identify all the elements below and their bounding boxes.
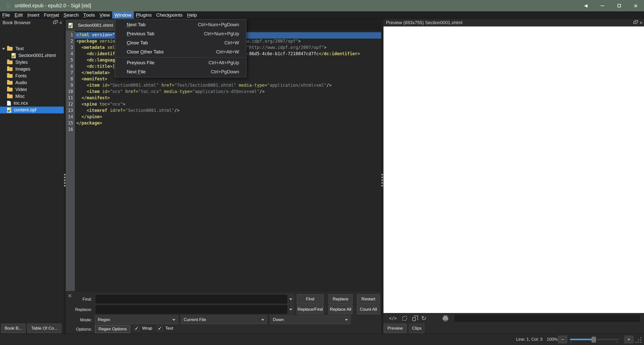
menu-item-previous-tab[interactable]: Previous TabCtrl+Num+PgUp xyxy=(115,29,246,38)
tree-item-video[interactable]: Video xyxy=(0,86,64,93)
window-controls: ◀ × xyxy=(577,0,644,11)
line-number: 8 xyxy=(66,76,75,83)
select-mode-icon[interactable] xyxy=(402,316,407,321)
replace-button[interactable]: Replace xyxy=(329,294,352,304)
menu-tools[interactable]: Tools xyxy=(81,11,97,19)
tree-item-label: Video xyxy=(15,87,27,92)
tree-item-audio[interactable]: Audio xyxy=(0,79,64,86)
code-view-icon[interactable] xyxy=(389,316,397,321)
menu-item-label: Close Other Tabs xyxy=(127,49,164,55)
code-line-9[interactable]: <item id="Section0001.xhtml" href="Text/… xyxy=(75,83,381,89)
dock-tab-preview[interactable]: Preview xyxy=(383,324,407,333)
tree-item-misc[interactable]: Misc xyxy=(0,93,64,100)
menu-item-next-tab[interactable]: Next TabCtrl+Num+PgDown xyxy=(115,20,246,29)
splitter-right[interactable] xyxy=(381,19,383,334)
menu-window[interactable]: Window xyxy=(112,11,134,19)
menu-checkpoints[interactable]: Checkpoints xyxy=(154,11,185,19)
copy-icon[interactable] xyxy=(412,317,416,321)
tree-item-fonts[interactable]: Fonts xyxy=(0,73,64,79)
tree-item-styles[interactable]: Styles xyxy=(0,59,64,66)
code-line-16[interactable] xyxy=(75,127,381,133)
close-panel-icon[interactable]: × xyxy=(59,21,62,24)
minimize-button[interactable] xyxy=(594,0,611,11)
tree-item-text[interactable]: Text xyxy=(0,45,64,52)
text-checkbox[interactable]: ✓ Text xyxy=(157,326,173,331)
zoom-out-button[interactable]: − xyxy=(558,336,567,343)
direction-select[interactable]: Down xyxy=(270,316,351,324)
splitter-handle-icon xyxy=(381,174,383,187)
replace-all-button[interactable]: Replace All xyxy=(329,305,352,314)
tree-item-label: Misc xyxy=(15,94,25,99)
expand-caret-icon[interactable] xyxy=(2,48,5,50)
code-line-10[interactable]: <item id="ncx" href="toc.ncx" media-type… xyxy=(75,89,381,95)
regex-options-button[interactable]: Regex Options xyxy=(95,325,130,333)
maximize-button[interactable] xyxy=(611,0,627,11)
slider-tick xyxy=(571,341,571,343)
menu-item-close-other-tabs[interactable]: Close Other TabsCtrl+Alt+W xyxy=(115,47,246,56)
collapse-arrow-button[interactable]: ◀ xyxy=(577,0,594,11)
minimize-icon xyxy=(601,6,604,6)
line-number: 12 xyxy=(66,102,75,108)
tree-item-label: toc.ncx xyxy=(14,101,28,106)
menu-help[interactable]: Help xyxy=(185,11,199,19)
title-bar[interactable]: S untitled.epub - epub2.0 - Sigil [std] … xyxy=(0,0,644,11)
print-icon[interactable] xyxy=(443,317,448,320)
code-line-11[interactable]: </manifest> xyxy=(75,95,381,102)
code-line-14[interactable]: </spine> xyxy=(75,114,381,120)
float-panel-icon[interactable] xyxy=(633,21,636,24)
replace-input[interactable] xyxy=(95,305,287,314)
menu-view[interactable]: View xyxy=(97,11,112,19)
splitter-left[interactable] xyxy=(64,19,66,334)
scope-select[interactable]: Current File xyxy=(181,316,267,324)
line-number: 11 xyxy=(66,95,75,102)
menu-edit[interactable]: Edit xyxy=(12,11,25,19)
tree-item-images[interactable]: Images xyxy=(0,66,64,73)
preview-content[interactable] xyxy=(383,26,644,313)
menu-item-close-tab[interactable]: Close TabCtrl+W xyxy=(115,38,246,47)
menu-file[interactable]: File xyxy=(0,11,12,19)
code-line-13[interactable]: <itemref idref="Section0001.xhtml"/> xyxy=(75,108,381,114)
find-label: Find: xyxy=(67,297,92,302)
dock-tab-clips[interactable]: Clips xyxy=(409,324,424,333)
find-button[interactable]: Find xyxy=(297,294,324,304)
find-input[interactable] xyxy=(95,295,287,304)
preview-address-field[interactable] xyxy=(454,314,640,322)
tab-section0001[interactable]: Section0001.xhtml xyxy=(66,20,121,31)
slider-tick xyxy=(594,341,594,343)
status-bar: Line: 1, Col: 3 100% − + xyxy=(0,334,644,345)
wrap-checkbox[interactable]: ✓ Wrap xyxy=(134,326,152,331)
chevron-down-icon xyxy=(261,319,264,321)
menu-item-next-file[interactable]: Next FileCtrl+PgDown xyxy=(115,67,246,76)
close-panel-icon[interactable]: × xyxy=(639,21,642,24)
tree-item-content-opf[interactable]: content.opf xyxy=(0,107,64,113)
folder-icon xyxy=(7,74,13,78)
menu-item-previous-file[interactable]: Previous FileCtrl+Alt+PgUp xyxy=(115,58,246,67)
menu-search[interactable]: Search xyxy=(61,11,81,19)
code-line-15[interactable]: </package> xyxy=(75,120,381,127)
menu-item-shortcut: Ctrl+PgDown xyxy=(211,69,239,75)
replace-find-button[interactable]: Replace/Find xyxy=(297,305,324,314)
count-all-button[interactable]: Count All xyxy=(357,305,380,314)
mode-select[interactable]: Regex xyxy=(95,316,178,324)
folder-icon xyxy=(7,88,13,91)
book-browser-tree: TextSection0001.xhtmlStylesImagesFontsAu… xyxy=(0,45,64,113)
float-panel-icon[interactable] xyxy=(53,21,56,24)
dock-tab-book-browser[interactable]: Book B... xyxy=(1,324,26,333)
refresh-icon[interactable]: ↻ xyxy=(421,316,426,321)
menu-format[interactable]: Format xyxy=(42,11,61,19)
book-browser-header: Book Browser × xyxy=(0,19,64,26)
tree-item-toc-ncx[interactable]: toc.ncx xyxy=(0,100,64,107)
dock-tab-table-of-contents[interactable]: Table Of Co... xyxy=(27,324,61,333)
replace-dropdown-button[interactable] xyxy=(287,305,294,314)
zoom-in-button[interactable]: + xyxy=(624,336,633,343)
tree-item-section0001-xhtml[interactable]: Section0001.xhtml xyxy=(0,52,64,59)
restart-button[interactable]: Restart xyxy=(357,294,380,304)
find-dropdown-button[interactable] xyxy=(287,295,294,304)
close-button[interactable]: × xyxy=(627,0,644,11)
resize-grip-icon[interactable] xyxy=(638,339,639,340)
window-title: untitled.epub - epub2.0 - Sigil [std] xyxy=(15,3,91,9)
code-line-12[interactable]: <spine toc="ncx"> xyxy=(75,102,381,108)
menu-insert[interactable]: Insert xyxy=(25,11,42,19)
menu-plugins[interactable]: Plugins xyxy=(134,11,154,19)
find-combo xyxy=(95,294,294,304)
